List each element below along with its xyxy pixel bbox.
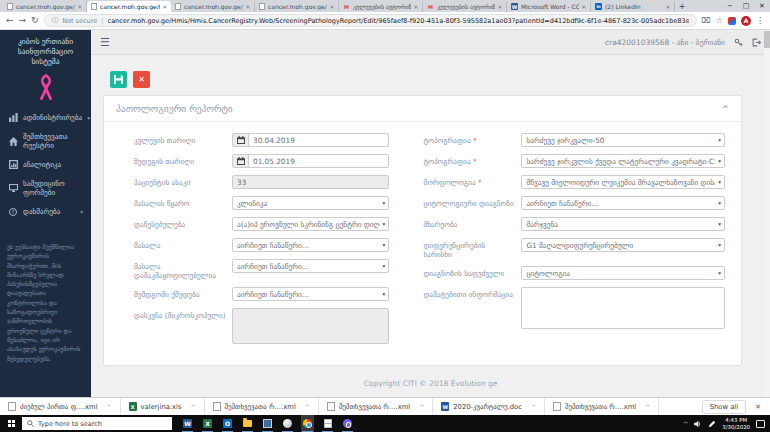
field-label: დიფერენცირების ხარისხი — [423, 238, 521, 259]
material-satisfactory-select[interactable]: აირჩიეთ ჩანაწერი... ▾ — [232, 259, 389, 273]
collapse-icon[interactable]: ^ — [721, 104, 729, 114]
chevron-up-icon[interactable]: ^ — [107, 403, 112, 410]
tab-close-icon[interactable]: ✕ — [665, 4, 670, 10]
sidebar-item-analytics[interactable]: ანალიტიკა — [0, 155, 91, 174]
cytology-diagnosis-select[interactable]: აირჩიეთ ჩანაწერი... ▾ — [521, 196, 725, 210]
field-material: მასალა აირჩიეთ ჩანაწერი... ▾ — [134, 238, 389, 252]
tab-close-icon[interactable]: ✕ — [245, 4, 250, 10]
field-differentiation-grade: დიფერენცირების ხარისხი G1 მაღალდიფერენცი… — [423, 238, 725, 259]
tab-cancer-2-active[interactable]: cancer.moh.gov.ge/Hmis/:… ✕ — [87, 1, 171, 12]
download-item[interactable]: X valerjina.xls ^ — [121, 398, 205, 415]
key-icon[interactable] — [734, 38, 743, 47]
hamburger-menu-icon[interactable]: ☰ — [100, 36, 110, 49]
tab-cancer-3[interactable]: cancer.moh.gov.ge/Hmis/:… ✕ — [171, 1, 255, 12]
tab-cancer-1[interactable]: cancer.moh.gov.ge/Hmis/:… ✕ — [3, 1, 87, 12]
download-item[interactable]: W 2020-კვარტალუ.doc ^ — [433, 398, 545, 415]
maximize-button[interactable]: □ — [738, 2, 754, 10]
material-select[interactable]: აირჩიეთ ჩანაწერი... ▾ — [232, 238, 389, 252]
sidebar-item-medical-forms[interactable]: სამედიცინო ფორმები — [0, 174, 91, 202]
tab-close-icon[interactable]: ✕ — [77, 4, 82, 10]
scrollbar-thumb[interactable] — [764, 31, 770, 48]
pen-input-icon[interactable] — [708, 420, 716, 428]
institution-select[interactable]: ა(ა)იპ ეროვნული სკრინინგ ცენტრი დიღმის ფ… — [232, 217, 389, 231]
minimize-button[interactable]: − — [722, 2, 738, 10]
field-diagnosis-basis: დიაგნოზის საფუძველი ციტოლოგია ▾ — [423, 266, 725, 280]
extension-icon[interactable] — [728, 17, 736, 25]
tab-close-icon[interactable]: ✕ — [497, 4, 502, 10]
chrome-menu-icon[interactable]: ⋮ — [756, 16, 764, 25]
word-taskbar-icon[interactable]: W — [181, 415, 194, 432]
page-favicon — [91, 3, 97, 10]
next-action-select[interactable]: აირჩიეთ ჩანაწერი... ▾ — [232, 287, 389, 301]
chevron-up-icon[interactable]: ^ — [305, 403, 310, 410]
download-item[interactable]: შემთხვევათა რ….xml ^ — [205, 398, 319, 415]
taskbar-search[interactable]: Type here to search — [22, 417, 172, 430]
url-text[interactable]: cancer.moh.gov.ge/Hmis/Hmis.CancerRegist… — [108, 17, 689, 25]
download-item[interactable]: შემთხვევათა რ….xml ^ — [545, 398, 659, 415]
start-button[interactable] — [0, 420, 22, 427]
chevron-up-icon[interactable]: ^ — [645, 403, 650, 410]
address-bar[interactable]: ⓘ Not secure | cancer.moh.gov.ge/Hmis/Hm… — [44, 14, 697, 27]
download-bar-close-icon[interactable]: ✕ — [755, 403, 761, 411]
topography-select-2[interactable]: სარძევე ჯირკვლის ქვედა ლატერალური კვადრა… — [521, 154, 725, 168]
download-filename: შემთხვევათა რ….xml — [565, 403, 636, 411]
photos-app-icon[interactable] — [281, 415, 294, 432]
clock-date: 3/30/2020 — [722, 424, 750, 431]
tab-close-icon[interactable]: ✕ — [581, 4, 586, 10]
sidebar-item-case-registry[interactable]: შემთხვევათა რეესტრი — [0, 127, 91, 155]
tab-gmail-1[interactable]: M კვლევების ავტორიზაცი… ✕ — [339, 1, 423, 12]
tab-cancer-4[interactable]: cancer.moh.gov.ge/Hmis/:… ✕ — [255, 1, 339, 12]
field-result-date: შედეგის თარიღი 01.05.2019 — [134, 154, 389, 168]
save-button[interactable] — [110, 71, 127, 88]
notepad-app-icon[interactable] — [321, 415, 334, 432]
result-date-input[interactable]: 01.05.2019 — [232, 154, 389, 168]
material-source-select[interactable]: კლინიკა ▾ — [232, 196, 389, 210]
tab-word-covid[interactable]: W Microsoft Word - COVID-1… ✕ — [507, 1, 591, 12]
show-all-button[interactable]: Show all — [702, 400, 746, 414]
send-to-device-icon[interactable]: ⌧ — [702, 16, 711, 25]
download-item[interactable]: ძიებულ პირთა ფ….xml ^ — [0, 398, 121, 415]
back-icon[interactable]: ← — [6, 16, 14, 25]
logout-icon[interactable] — [752, 38, 761, 47]
chevron-up-icon[interactable]: ^ — [419, 403, 424, 410]
reload-icon[interactable]: ↻ — [31, 16, 39, 25]
new-tab-button[interactable]: + — [675, 2, 689, 11]
browser-tab-strip: cancer.moh.gov.ge/Hmis/:… ✕ cancer.moh.g… — [0, 0, 770, 12]
tab-close-icon[interactable]: ✕ — [329, 4, 334, 10]
tab-close-icon[interactable]: ✕ — [413, 4, 418, 10]
notification-center-icon[interactable] — [756, 420, 765, 428]
page-scrollbar[interactable] — [764, 30, 770, 397]
sidebar-item-help[interactable]: ? დახმარება ▾ — [0, 202, 91, 221]
cancel-button[interactable]: ✕ — [133, 71, 150, 88]
tab-linkedin[interactable]: in (2) LinkedIn ✕ — [591, 1, 675, 12]
chrome-taskbar-icon[interactable] — [301, 415, 314, 432]
additional-info-textarea[interactable] — [521, 287, 725, 329]
profile-avatar[interactable]: A — [741, 16, 751, 26]
form-right-column: ტოპოგრაფია სარძევე ჯირკვალი-50 ▾ ტოპოგრა… — [403, 133, 741, 351]
chevron-up-icon[interactable]: ^ — [190, 403, 195, 410]
laterality-select[interactable]: მარჯვენა ▾ — [521, 217, 725, 231]
morphology-select[interactable]: მწვავე მიელოიდური ლეიკემია მრავალხაზოვან… — [521, 175, 725, 189]
tab-gmail-2[interactable]: M კვლევების ავტორიზაცი… ✕ — [423, 1, 507, 12]
bookmark-star-icon[interactable]: ☆ — [716, 16, 723, 25]
topography-select-1[interactable]: სარძევე ჯირკვალი-50 ▾ — [521, 133, 725, 147]
info-icon[interactable]: ⓘ — [52, 16, 59, 25]
forward-icon[interactable]: → — [19, 16, 27, 25]
tray-chevron-up-icon[interactable]: ^ — [683, 420, 688, 427]
outlook-taskbar-icon[interactable]: O — [221, 415, 234, 432]
window-app-icon[interactable] — [261, 415, 274, 432]
close-button[interactable]: ✕ — [754, 2, 770, 10]
study-date-input[interactable]: 30.04.2019 — [232, 133, 389, 147]
excel-taskbar-icon[interactable]: X — [201, 415, 214, 432]
xml-file-icon — [213, 402, 221, 411]
chevron-up-icon[interactable]: ^ — [531, 403, 536, 410]
taskbar-clock[interactable]: 4:43 PM 3/30/2020 — [722, 417, 750, 431]
sidebar-item-administration[interactable]: ადმინისტრირება ▾ — [0, 108, 91, 127]
download-item[interactable]: შემთხვევათა რ….xml ^ — [319, 398, 433, 415]
file-explorer-icon[interactable] — [241, 415, 254, 432]
volume-icon[interactable] — [694, 420, 702, 428]
differentiation-grade-select[interactable]: G1 მაღალდიფერენცირებული ▾ — [521, 238, 725, 252]
viber-taskbar-icon[interactable] — [341, 415, 354, 432]
diagnosis-basis-select[interactable]: ციტოლოგია ▾ — [521, 266, 725, 280]
tab-close-icon[interactable]: ✕ — [162, 4, 167, 10]
